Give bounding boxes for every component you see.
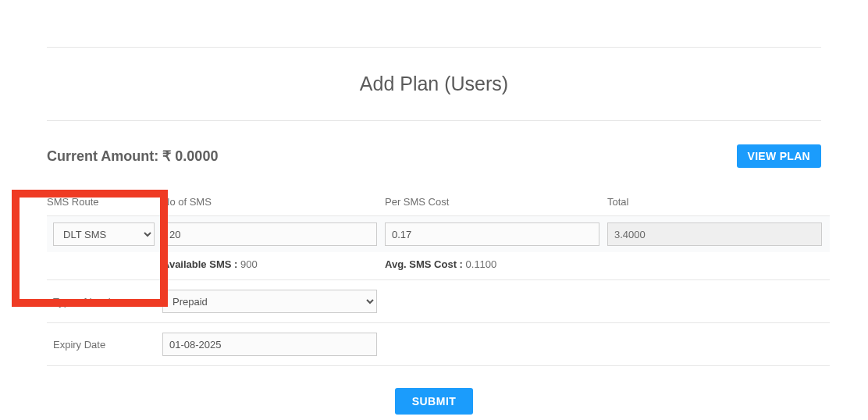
invoice-row: Type of Invoice Prepaid	[47, 280, 830, 323]
submit-button[interactable]: SUBMIT	[395, 388, 474, 415]
avg-sms-cost-label: Avg. SMS Cost :	[385, 258, 463, 270]
column-headers-row: SMS Route No of SMS Per SMS Cost Total	[47, 182, 830, 216]
header-total: Total	[607, 182, 830, 216]
expiry-row: Expiry Date	[47, 323, 830, 366]
available-sms-label: Available SMS :	[162, 258, 237, 270]
sms-route-select[interactable]: DLT SMS	[53, 222, 155, 246]
page-title: Add Plan (Users)	[47, 48, 821, 120]
per-sms-cost-input[interactable]	[385, 222, 599, 246]
view-plan-button[interactable]: VIEW PLAN	[737, 144, 821, 168]
available-sms-value: 900	[240, 258, 258, 270]
total-input	[607, 222, 822, 246]
inputs-row: DLT SMS	[47, 216, 830, 253]
plan-form-table: SMS Route No of SMS Per SMS Cost Total D…	[47, 182, 830, 366]
header-per-sms-cost: Per SMS Cost	[385, 182, 607, 216]
expiry-date-input[interactable]	[162, 333, 377, 356]
stats-row: Available SMS : 900 Avg. SMS Cost : 0.11…	[47, 252, 830, 280]
invoice-type-select[interactable]: Prepaid	[162, 290, 377, 313]
header-no-of-sms: No of SMS	[162, 182, 385, 216]
invoice-type-label: Type of Invoice	[47, 280, 162, 323]
header-sms-route: SMS Route	[47, 182, 162, 216]
title-divider	[47, 120, 821, 121]
current-amount-value: ₹ 0.0000	[162, 148, 218, 164]
avg-sms-cost-value: 0.1100	[466, 258, 497, 270]
expiry-date-label: Expiry Date	[47, 323, 162, 366]
no-of-sms-input[interactable]	[162, 222, 377, 246]
current-amount-display: Current Amount: ₹ 0.0000	[47, 148, 218, 165]
current-amount-label: Current Amount:	[47, 148, 158, 164]
